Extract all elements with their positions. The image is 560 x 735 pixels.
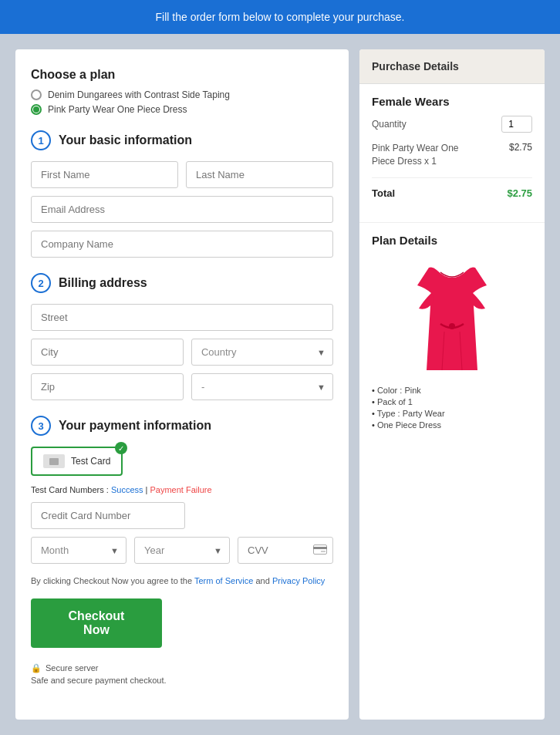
main-content: Choose a plan Denim Dungarees with Contr… [0, 34, 560, 735]
svg-rect-0 [314, 545, 327, 554]
step2-circle: 2 [31, 273, 51, 293]
radio-circle-1 [31, 89, 42, 100]
country-wrapper: Country United States United Kingdom Can… [191, 339, 333, 366]
item-name: Pink Party Wear One Piece Dress x 1 [372, 142, 472, 168]
detail-item-2: Type : Party Wear [372, 409, 532, 418]
cvv-card-icon [313, 545, 327, 557]
failure-link[interactable]: Payment Failure [150, 485, 211, 494]
svg-point-3 [449, 323, 455, 329]
quantity-label: Quantity [372, 119, 407, 130]
city-input[interactable] [31, 339, 184, 366]
street-row [31, 304, 333, 331]
card-label: Test Card [71, 456, 110, 467]
card-icon [43, 454, 65, 468]
detail-item-3: One Piece Dress [372, 420, 532, 430]
name-row [31, 161, 333, 188]
month-wrapper: Month 010203 040506 070809 101112 ▼ [31, 537, 127, 564]
right-panel: Purchase Details Female Wears Quantity P… [359, 49, 545, 720]
zip-state-row: - AL CA NY TX ▼ [31, 373, 333, 400]
street-input[interactable] [31, 304, 333, 331]
card-chip [49, 458, 59, 465]
purchase-details-header: Purchase Details [359, 49, 545, 84]
left-panel: Choose a plan Denim Dungarees with Contr… [15, 49, 349, 720]
year-select[interactable]: Year 202420252026 2027202820292030 [134, 537, 230, 564]
basic-info-section: 1 Your basic information [31, 130, 333, 258]
plan-option-2[interactable]: Pink Party Wear One Piece Dress [31, 104, 333, 115]
step3-label: Your payment information [59, 419, 211, 433]
plan-option-2-label: Pink Party Wear One Piece Dress [48, 104, 187, 115]
dress-image [372, 255, 532, 378]
plan-option-1-label: Denim Dungarees with Contrast Side Tapin… [48, 89, 230, 100]
secure-server: 🔒 Secure server [31, 663, 333, 673]
step3-heading: 3 Your payment information [31, 416, 333, 436]
step1-label: Your basic information [59, 133, 192, 147]
email-row [31, 196, 333, 223]
detail-item-0: Color : Pink [372, 386, 532, 395]
success-link[interactable]: Success [111, 485, 143, 494]
terms-prefix: By clicking Checkout Now you agree to th… [31, 576, 194, 585]
zip-input[interactable] [31, 373, 184, 400]
checkmark-badge: ✓ [115, 442, 127, 454]
secure-subtext: Safe and secure payment checkout. [31, 676, 333, 685]
terms-of-service-link[interactable]: Term of Service [194, 576, 253, 585]
female-wears-title: Female Wears [372, 95, 532, 108]
detail-item-1: Pack of 1 [372, 397, 532, 406]
item-row: Pink Party Wear One Piece Dress x 1 $2.7… [372, 142, 532, 178]
plan-option-1[interactable]: Denim Dungarees with Contrast Side Tapin… [31, 89, 333, 100]
country-select[interactable]: Country United States United Kingdom Can… [191, 339, 333, 366]
item-price: $2.75 [509, 142, 532, 153]
total-label: Total [372, 187, 395, 199]
quantity-row: Quantity [372, 116, 532, 133]
privacy-policy-link[interactable]: Privacy Policy [272, 576, 325, 585]
checkout-button[interactable]: Checkout Now [31, 598, 162, 648]
plan-details-section: Plan Details [359, 222, 545, 443]
test-card-text: Test Card Numbers : [31, 485, 111, 494]
step2-label: Billing address [59, 276, 147, 290]
cc-number-input[interactable] [31, 502, 185, 529]
company-row [31, 231, 333, 258]
banner-text: Fill the order form below to complete yo… [156, 11, 405, 23]
step1-heading: 1 Your basic information [31, 130, 333, 150]
payment-section: 3 Your payment information Test Card ✓ T… [31, 416, 333, 685]
purchase-details-body: Female Wears Quantity Pink Party Wear On… [359, 84, 545, 222]
step2-heading: 2 Billing address [31, 273, 333, 293]
plan-section: Choose a plan Denim Dungarees with Contr… [31, 68, 333, 115]
billing-section: 2 Billing address Country United States … [31, 273, 333, 400]
terms-middle: and [255, 576, 272, 585]
year-wrapper: Year 202420252026 2027202820292030 ▼ [134, 537, 230, 564]
step3-circle: 3 [31, 416, 51, 436]
state-wrapper: - AL CA NY TX ▼ [191, 373, 333, 400]
month-year-cvv-row: Month 010203 040506 070809 101112 ▼ Year… [31, 537, 333, 564]
terms-text: By clicking Checkout Now you agree to th… [31, 575, 333, 588]
page-wrapper: Fill the order form below to complete yo… [0, 0, 560, 735]
secure-label: Secure server [46, 663, 98, 673]
test-card-numbers: Test Card Numbers : Success | Payment Fa… [31, 485, 333, 494]
lock-icon: 🔒 [31, 663, 42, 673]
plan-title: Choose a plan [31, 68, 333, 82]
state-select[interactable]: - AL CA NY TX [191, 373, 333, 400]
radio-circle-2 [31, 104, 42, 115]
plan-details-title: Plan Details [372, 234, 532, 247]
company-input[interactable] [31, 231, 333, 258]
dress-svg [410, 258, 494, 374]
month-select[interactable]: Month 010203 040506 070809 101112 [31, 537, 127, 564]
cvv-wrapper [238, 537, 333, 564]
plan-details-list: Color : Pink Pack of 1 Type : Party Wear… [372, 386, 532, 430]
last-name-input[interactable] [186, 161, 333, 188]
email-input[interactable] [31, 196, 333, 223]
test-card-option[interactable]: Test Card ✓ [31, 447, 123, 476]
svg-rect-1 [313, 547, 327, 549]
city-country-row: Country United States United Kingdom Can… [31, 339, 333, 366]
svg-rect-2 [321, 551, 326, 552]
step1-circle: 1 [31, 130, 51, 150]
first-name-input[interactable] [31, 161, 178, 188]
cc-row [31, 502, 333, 529]
quantity-input[interactable] [501, 116, 532, 133]
total-row: Total $2.75 [372, 187, 532, 199]
top-banner: Fill the order form below to complete yo… [0, 0, 560, 34]
total-price: $2.75 [507, 187, 532, 199]
plan-options: Denim Dungarees with Contrast Side Tapin… [31, 89, 333, 115]
